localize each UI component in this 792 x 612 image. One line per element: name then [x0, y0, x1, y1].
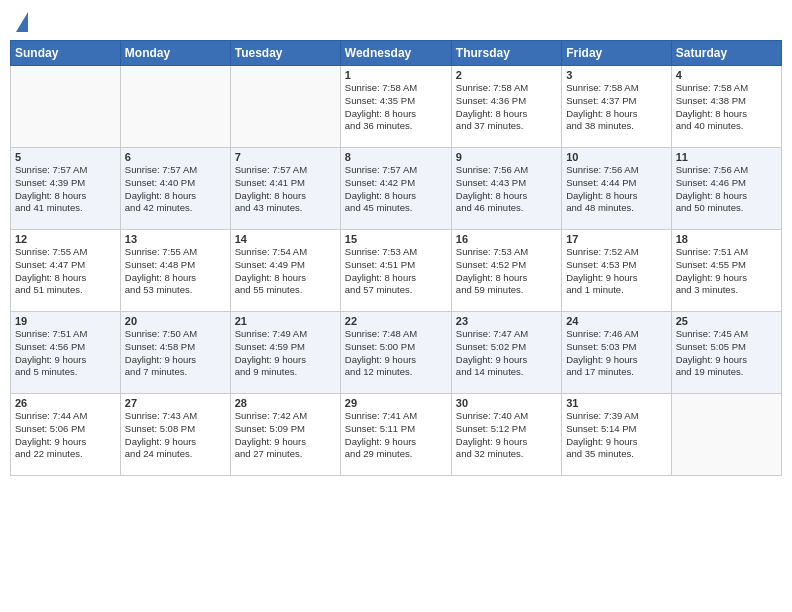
weekday-header: Friday: [562, 41, 671, 66]
weekday-header-row: SundayMondayTuesdayWednesdayThursdayFrid…: [11, 41, 782, 66]
weekday-header: Wednesday: [340, 41, 451, 66]
day-number: 26: [15, 397, 116, 409]
calendar-day-cell: [230, 66, 340, 148]
calendar-day-cell: 13Sunrise: 7:55 AM Sunset: 4:48 PM Dayli…: [120, 230, 230, 312]
day-number: 16: [456, 233, 557, 245]
calendar-day-cell: 22Sunrise: 7:48 AM Sunset: 5:00 PM Dayli…: [340, 312, 451, 394]
day-info: Sunrise: 7:45 AM Sunset: 5:05 PM Dayligh…: [676, 328, 777, 379]
calendar-day-cell: 24Sunrise: 7:46 AM Sunset: 5:03 PM Dayli…: [562, 312, 671, 394]
day-info: Sunrise: 7:57 AM Sunset: 4:40 PM Dayligh…: [125, 164, 226, 215]
calendar-day-cell: 16Sunrise: 7:53 AM Sunset: 4:52 PM Dayli…: [451, 230, 561, 312]
day-number: 14: [235, 233, 336, 245]
day-number: 10: [566, 151, 666, 163]
day-number: 19: [15, 315, 116, 327]
day-number: 24: [566, 315, 666, 327]
day-number: 31: [566, 397, 666, 409]
day-number: 7: [235, 151, 336, 163]
logo: [14, 10, 28, 32]
day-info: Sunrise: 7:50 AM Sunset: 4:58 PM Dayligh…: [125, 328, 226, 379]
calendar-day-cell: 27Sunrise: 7:43 AM Sunset: 5:08 PM Dayli…: [120, 394, 230, 476]
calendar-day-cell: 7Sunrise: 7:57 AM Sunset: 4:41 PM Daylig…: [230, 148, 340, 230]
weekday-header: Sunday: [11, 41, 121, 66]
day-info: Sunrise: 7:55 AM Sunset: 4:48 PM Dayligh…: [125, 246, 226, 297]
day-number: 4: [676, 69, 777, 81]
day-info: Sunrise: 7:53 AM Sunset: 4:52 PM Dayligh…: [456, 246, 557, 297]
calendar-day-cell: 26Sunrise: 7:44 AM Sunset: 5:06 PM Dayli…: [11, 394, 121, 476]
day-number: 5: [15, 151, 116, 163]
day-number: 20: [125, 315, 226, 327]
calendar-day-cell: 11Sunrise: 7:56 AM Sunset: 4:46 PM Dayli…: [671, 148, 781, 230]
day-info: Sunrise: 7:46 AM Sunset: 5:03 PM Dayligh…: [566, 328, 666, 379]
day-number: 29: [345, 397, 447, 409]
logo-triangle-icon: [16, 12, 28, 32]
calendar-day-cell: 4Sunrise: 7:58 AM Sunset: 4:38 PM Daylig…: [671, 66, 781, 148]
day-info: Sunrise: 7:57 AM Sunset: 4:42 PM Dayligh…: [345, 164, 447, 215]
calendar-day-cell: 8Sunrise: 7:57 AM Sunset: 4:42 PM Daylig…: [340, 148, 451, 230]
day-info: Sunrise: 7:58 AM Sunset: 4:37 PM Dayligh…: [566, 82, 666, 133]
day-number: 11: [676, 151, 777, 163]
day-number: 30: [456, 397, 557, 409]
calendar-table: SundayMondayTuesdayWednesdayThursdayFrid…: [10, 40, 782, 476]
calendar-day-cell: 31Sunrise: 7:39 AM Sunset: 5:14 PM Dayli…: [562, 394, 671, 476]
calendar-day-cell: 9Sunrise: 7:56 AM Sunset: 4:43 PM Daylig…: [451, 148, 561, 230]
day-number: 22: [345, 315, 447, 327]
day-info: Sunrise: 7:42 AM Sunset: 5:09 PM Dayligh…: [235, 410, 336, 461]
calendar-day-cell: 30Sunrise: 7:40 AM Sunset: 5:12 PM Dayli…: [451, 394, 561, 476]
calendar-week-row: 1Sunrise: 7:58 AM Sunset: 4:35 PM Daylig…: [11, 66, 782, 148]
calendar-day-cell: 17Sunrise: 7:52 AM Sunset: 4:53 PM Dayli…: [562, 230, 671, 312]
calendar-day-cell: 3Sunrise: 7:58 AM Sunset: 4:37 PM Daylig…: [562, 66, 671, 148]
calendar-day-cell: 21Sunrise: 7:49 AM Sunset: 4:59 PM Dayli…: [230, 312, 340, 394]
calendar-day-cell: 29Sunrise: 7:41 AM Sunset: 5:11 PM Dayli…: [340, 394, 451, 476]
calendar-day-cell: 19Sunrise: 7:51 AM Sunset: 4:56 PM Dayli…: [11, 312, 121, 394]
day-info: Sunrise: 7:53 AM Sunset: 4:51 PM Dayligh…: [345, 246, 447, 297]
day-info: Sunrise: 7:57 AM Sunset: 4:39 PM Dayligh…: [15, 164, 116, 215]
day-number: 25: [676, 315, 777, 327]
day-number: 9: [456, 151, 557, 163]
day-info: Sunrise: 7:56 AM Sunset: 4:46 PM Dayligh…: [676, 164, 777, 215]
day-number: 3: [566, 69, 666, 81]
header: [10, 10, 782, 32]
weekday-header: Thursday: [451, 41, 561, 66]
day-number: 28: [235, 397, 336, 409]
calendar-week-row: 12Sunrise: 7:55 AM Sunset: 4:47 PM Dayli…: [11, 230, 782, 312]
calendar-day-cell: 15Sunrise: 7:53 AM Sunset: 4:51 PM Dayli…: [340, 230, 451, 312]
weekday-header: Monday: [120, 41, 230, 66]
calendar-day-cell: 6Sunrise: 7:57 AM Sunset: 4:40 PM Daylig…: [120, 148, 230, 230]
calendar-day-cell: 28Sunrise: 7:42 AM Sunset: 5:09 PM Dayli…: [230, 394, 340, 476]
day-number: 1: [345, 69, 447, 81]
weekday-header: Tuesday: [230, 41, 340, 66]
calendar-day-cell: 20Sunrise: 7:50 AM Sunset: 4:58 PM Dayli…: [120, 312, 230, 394]
day-info: Sunrise: 7:55 AM Sunset: 4:47 PM Dayligh…: [15, 246, 116, 297]
weekday-header: Saturday: [671, 41, 781, 66]
calendar-day-cell: 23Sunrise: 7:47 AM Sunset: 5:02 PM Dayli…: [451, 312, 561, 394]
calendar-week-row: 26Sunrise: 7:44 AM Sunset: 5:06 PM Dayli…: [11, 394, 782, 476]
day-number: 6: [125, 151, 226, 163]
calendar-day-cell: 5Sunrise: 7:57 AM Sunset: 4:39 PM Daylig…: [11, 148, 121, 230]
calendar-week-row: 19Sunrise: 7:51 AM Sunset: 4:56 PM Dayli…: [11, 312, 782, 394]
calendar-day-cell: 25Sunrise: 7:45 AM Sunset: 5:05 PM Dayli…: [671, 312, 781, 394]
calendar-day-cell: [11, 66, 121, 148]
calendar-day-cell: [120, 66, 230, 148]
day-info: Sunrise: 7:52 AM Sunset: 4:53 PM Dayligh…: [566, 246, 666, 297]
day-number: 21: [235, 315, 336, 327]
day-info: Sunrise: 7:47 AM Sunset: 5:02 PM Dayligh…: [456, 328, 557, 379]
day-info: Sunrise: 7:58 AM Sunset: 4:38 PM Dayligh…: [676, 82, 777, 133]
day-info: Sunrise: 7:58 AM Sunset: 4:36 PM Dayligh…: [456, 82, 557, 133]
day-number: 8: [345, 151, 447, 163]
day-info: Sunrise: 7:51 AM Sunset: 4:55 PM Dayligh…: [676, 246, 777, 297]
calendar-day-cell: 10Sunrise: 7:56 AM Sunset: 4:44 PM Dayli…: [562, 148, 671, 230]
day-number: 2: [456, 69, 557, 81]
calendar-day-cell: [671, 394, 781, 476]
calendar-week-row: 5Sunrise: 7:57 AM Sunset: 4:39 PM Daylig…: [11, 148, 782, 230]
day-number: 13: [125, 233, 226, 245]
day-number: 18: [676, 233, 777, 245]
day-info: Sunrise: 7:58 AM Sunset: 4:35 PM Dayligh…: [345, 82, 447, 133]
day-number: 27: [125, 397, 226, 409]
page: SundayMondayTuesdayWednesdayThursdayFrid…: [0, 0, 792, 612]
day-info: Sunrise: 7:48 AM Sunset: 5:00 PM Dayligh…: [345, 328, 447, 379]
calendar-day-cell: 14Sunrise: 7:54 AM Sunset: 4:49 PM Dayli…: [230, 230, 340, 312]
day-number: 15: [345, 233, 447, 245]
day-info: Sunrise: 7:40 AM Sunset: 5:12 PM Dayligh…: [456, 410, 557, 461]
day-info: Sunrise: 7:56 AM Sunset: 4:44 PM Dayligh…: [566, 164, 666, 215]
day-number: 23: [456, 315, 557, 327]
